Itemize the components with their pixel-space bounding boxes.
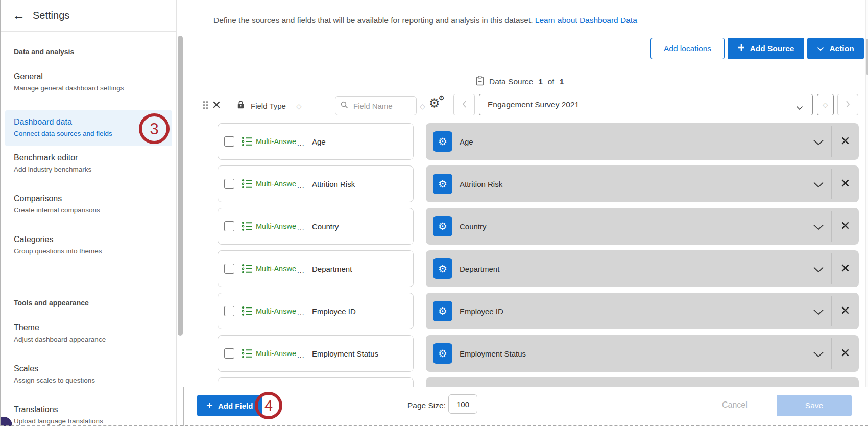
field-card[interactable]: Multi-Answe... Department	[218, 250, 414, 287]
close-icon	[841, 306, 850, 316]
plus-icon	[206, 401, 213, 410]
multi-answer-list-icon	[242, 179, 253, 189]
field-type-label: Multi-Answe	[256, 349, 296, 358]
cancel-button[interactable]: Cancel	[719, 400, 751, 410]
truncation-ellipsis: ...	[297, 309, 305, 317]
gear-icon: ⚙	[438, 305, 447, 317]
field-settings-button[interactable]: ⚙	[433, 301, 452, 321]
field-settings-button[interactable]: ⚙	[433, 216, 452, 236]
chevron-down-icon[interactable]	[813, 138, 825, 145]
multi-answer-list-icon	[242, 264, 253, 274]
close-icon	[841, 348, 850, 359]
multi-answer-list-icon	[242, 221, 253, 231]
chevron-down-icon[interactable]	[813, 181, 825, 187]
mapped-field-row: ⚙ Country	[426, 208, 859, 245]
field-card[interactable]: Multi-Answe... Employee ID	[218, 293, 414, 329]
main-scrollbar-thumb[interactable]	[866, 39, 868, 75]
mapped-field-name: Employment Status	[460, 349, 526, 358]
field-type-label: Multi-Answe	[256, 180, 296, 188]
mapped-field-name: Employee ID	[460, 307, 503, 316]
chevron-down-icon[interactable]	[813, 308, 825, 314]
field-name-label: Attrition Risk	[312, 180, 355, 188]
gear-icon: ⚙	[438, 178, 447, 190]
close-icon	[841, 179, 850, 189]
remove-field-button[interactable]	[832, 293, 859, 329]
truncation-ellipsis: ...	[297, 351, 305, 359]
field-card[interactable]: Multi-Answe... Country	[218, 208, 414, 245]
row-checkbox[interactable]	[224, 264, 234, 274]
annotation-circle-3: 3	[139, 113, 170, 144]
truncation-ellipsis: ...	[297, 139, 305, 147]
field-card[interactable]: Multi-Answe... Attrition Risk	[218, 165, 414, 202]
mapped-field-row: ⚙ Employment Status	[426, 335, 859, 372]
field-type-label: Multi-Answe	[256, 265, 296, 273]
page-size-input[interactable]	[448, 394, 477, 414]
field-name-label: Age	[312, 137, 326, 146]
field-rows: Multi-Answe... Age ⚙ Age Multi-Answe... …	[1, 0, 868, 426]
mapped-field-name: Country	[460, 222, 487, 231]
field-type-label: Multi-Answe	[256, 222, 296, 230]
field-name-label: Country	[312, 222, 339, 231]
annotation-circle-4: 4	[255, 392, 282, 419]
close-icon	[841, 264, 850, 274]
field-name-label: Department	[312, 265, 352, 273]
gear-icon: ⚙	[438, 220, 447, 232]
mapped-field-name: Department	[460, 265, 499, 273]
footer-bar: Add Field 4 Page Size: Cancel Save	[183, 387, 868, 426]
field-settings-button[interactable]: ⚙	[433, 258, 452, 279]
row-checkbox[interactable]	[224, 306, 234, 316]
gear-icon: ⚙	[438, 135, 447, 148]
field-type-label: Multi-Answe	[256, 137, 296, 146]
multi-answer-list-icon	[242, 306, 253, 316]
mapped-field-row: ⚙ Attrition Risk	[426, 165, 859, 202]
remove-field-button[interactable]	[832, 250, 859, 287]
field-card[interactable]: Multi-Answe... Age	[218, 123, 414, 160]
chevron-down-icon[interactable]	[813, 350, 825, 357]
chevron-down-icon[interactable]	[813, 223, 825, 229]
field-settings-button[interactable]: ⚙	[433, 131, 452, 152]
row-checkbox[interactable]	[224, 179, 234, 189]
remove-field-button[interactable]	[832, 335, 859, 372]
field-name-label: Employment Status	[312, 349, 378, 358]
mapped-field-row: ⚙ Department	[426, 250, 859, 287]
add-field-button[interactable]: Add Field	[197, 395, 262, 416]
multi-answer-list-icon	[242, 348, 253, 359]
truncation-ellipsis: ...	[297, 266, 305, 274]
remove-field-button[interactable]	[832, 208, 859, 245]
field-settings-button[interactable]: ⚙	[433, 343, 452, 364]
remove-field-button[interactable]	[832, 123, 859, 160]
truncation-ellipsis: ...	[297, 224, 305, 232]
chevron-down-icon[interactable]	[813, 266, 825, 272]
multi-answer-list-icon	[242, 136, 253, 147]
main-content: Define the sources and fields that will …	[1, 0, 868, 426]
page-size-label: Page Size:	[407, 401, 446, 410]
close-icon	[841, 136, 850, 147]
dashboard-settings-page: ← Settings Data and analysis General Man…	[0, 0, 868, 426]
field-name-label: Employee ID	[312, 307, 356, 316]
mapped-field-name: Attrition Risk	[460, 180, 502, 188]
remove-field-button[interactable]	[832, 165, 859, 202]
mapped-field-row: ⚙ Employee ID	[426, 293, 859, 329]
gear-icon: ⚙	[438, 263, 447, 275]
row-checkbox[interactable]	[224, 348, 234, 359]
row-checkbox[interactable]	[224, 136, 234, 147]
save-button[interactable]: Save	[777, 395, 852, 416]
field-type-label: Multi-Answe	[256, 307, 296, 315]
mapped-field-row: ⚙ Age	[426, 123, 859, 160]
truncation-ellipsis: ...	[297, 181, 305, 190]
field-settings-button[interactable]: ⚙	[433, 174, 452, 194]
row-checkbox[interactable]	[224, 221, 234, 231]
field-card[interactable]: Multi-Answe... Employment Status	[218, 335, 414, 372]
gear-icon: ⚙	[438, 347, 447, 360]
mapped-field-name: Age	[460, 137, 473, 146]
close-icon	[841, 221, 850, 231]
